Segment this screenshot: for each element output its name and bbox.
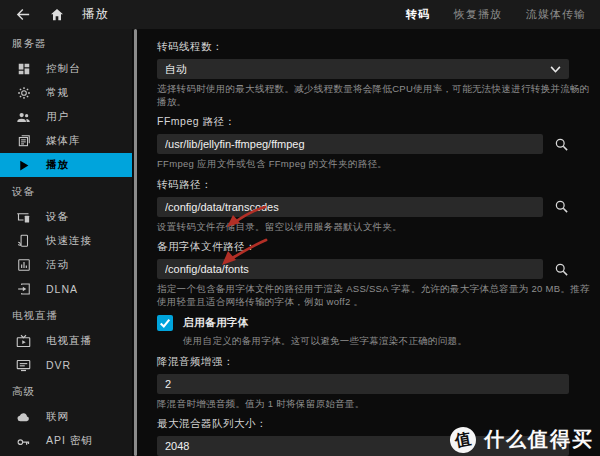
library-icon	[16, 134, 31, 149]
search-icon[interactable]	[551, 197, 571, 217]
header-tabs: 转码恢复播放流媒体传输	[406, 7, 586, 22]
chevron-down-icon	[550, 66, 561, 73]
sidebar-item-label: DLNA	[46, 283, 78, 295]
sidebar-item-label: 快速连接	[46, 234, 92, 248]
key-icon	[16, 434, 31, 449]
sidebar-item-label: 电视直播	[46, 334, 92, 348]
transcoding-thread-count-select[interactable]: 自动	[157, 59, 569, 79]
smzdm-watermark: 值 什么值得买	[450, 426, 594, 453]
sidebar-item-label: 用户	[46, 110, 69, 124]
sidebar-item-用户[interactable]: 用户	[0, 105, 132, 129]
users-icon	[16, 110, 31, 125]
sidebar-section-header: 高级	[0, 377, 132, 405]
field-description: 使用自定义的备用字体。这可以避免一些字幕渲染不正确的问题。	[183, 335, 600, 348]
sidebar-item-媒体库[interactable]: 媒体库	[0, 129, 132, 153]
sidebar-item-label: 媒体库	[46, 134, 81, 148]
sidebar-item-活动[interactable]: 活动	[0, 253, 132, 277]
back-arrow-icon[interactable]	[14, 6, 32, 24]
sidebar-item-API 密钥[interactable]: API 密钥	[0, 429, 132, 453]
live-tv-icon	[16, 334, 31, 349]
dlna-icon	[16, 282, 31, 297]
field-label: 转码线程数：	[157, 40, 600, 54]
field-label: 转码路径：	[157, 178, 600, 192]
sidebar-item-label: 控制台	[46, 62, 81, 76]
tab-2[interactable]: 流媒体传输	[526, 7, 586, 22]
field-transcode-path: 转码路径：设置转码文件存储目录。留空以使用服务器默认文件夹。	[157, 178, 600, 234]
field-description: 设置转码文件存储目录。留空以使用服务器默认文件夹。	[157, 221, 599, 234]
sidebar-item-label: 联网	[46, 410, 69, 424]
sidebar-section-header: 设备	[0, 177, 132, 205]
sidebar-item-DVR[interactable]: DVR	[0, 353, 132, 377]
downmix-audio-boost-input[interactable]	[157, 374, 569, 394]
play-icon	[16, 158, 31, 173]
tab-0[interactable]: 转码	[406, 7, 430, 22]
jellyfin-playback-settings-page: 播放 转码恢复播放流媒体传输 服务器控制台常规用户媒体库播放设备设备快速连接活动…	[0, 0, 600, 456]
field-label: 备用字体文件路径：	[157, 240, 600, 254]
sidebar-item-label: 活动	[46, 258, 69, 272]
fallback-font-path-input[interactable]	[157, 259, 543, 279]
field-enable-fallback-font: 启用备用字体使用自定义的备用字体。这可以避免一些字幕渲染不正确的问题。	[157, 315, 600, 348]
dvr-icon	[16, 358, 31, 373]
network-icon	[16, 410, 31, 425]
smzdm-logo-icon: 值	[448, 424, 478, 454]
field-description: FFmpeg 应用文件或包含 FFmpeg 的文件夹的路径。	[157, 158, 599, 171]
sidebar-section-header: 电视直播	[0, 301, 132, 329]
gear-icon	[16, 86, 31, 101]
tab-1[interactable]: 恢复播放	[454, 7, 502, 22]
sidebar-item-联网[interactable]: 联网	[0, 405, 132, 429]
sidebar-item-快速连接[interactable]: 快速连接	[0, 229, 132, 253]
watermark-text: 什么值得买	[484, 426, 594, 453]
field-downmix-audio-boost: 降混音频增强：降混音时增强音频。值为 1 时将保留原始音量。	[157, 355, 600, 411]
ffmpeg-path-input[interactable]	[157, 134, 543, 154]
search-icon[interactable]	[551, 134, 571, 154]
sidebar-item-电视直播[interactable]: 电视直播	[0, 329, 132, 353]
sidebar-item-常规[interactable]: 常规	[0, 81, 132, 105]
sidebar-item-label: DVR	[46, 359, 71, 371]
transcode-path-input[interactable]	[157, 197, 543, 217]
sidebar-item-label: 常规	[46, 86, 69, 100]
field-label: FFmpeg 路径：	[157, 115, 600, 129]
sidebar-item-设备[interactable]: 设备	[0, 205, 132, 229]
dashboard-icon	[16, 62, 31, 77]
settings-form: 转码线程数：自动选择转码时使用的最大线程数。减少线程数量将会降低CPU使用率，可…	[137, 29, 600, 456]
sidebar-section-header: 服务器	[0, 29, 132, 57]
sidebar-item-label: API 密钥	[46, 434, 93, 448]
topbar: 播放 转码恢复播放流媒体传输	[0, 0, 600, 29]
enable-fallback-font-checkbox[interactable]: 启用备用字体	[157, 315, 600, 331]
sidebar-item-label: 播放	[46, 158, 69, 172]
field-fallback-font-path: 备用字体文件路径：指定一个包含备用字体文件的路径用于渲染 ASS/SSA 字幕。…	[157, 240, 600, 308]
checkbox-checked-icon[interactable]	[157, 315, 173, 331]
select-value: 自动	[165, 62, 187, 77]
devices-icon	[16, 210, 31, 225]
field-description: 指定一个包含备用字体文件的路径用于渲染 ASS/SSA 字幕。允许的最大字体总容…	[157, 283, 599, 308]
activity-icon	[16, 258, 31, 273]
sidebar-item-控制台[interactable]: 控制台	[0, 57, 132, 81]
checkbox-label: 启用备用字体	[183, 316, 249, 330]
field-label: 降混音频增强：	[157, 355, 600, 369]
sidebar-item-DLNA[interactable]: DLNA	[0, 277, 132, 301]
home-icon[interactable]	[48, 6, 66, 24]
field-transcoding-thread-count: 转码线程数：自动选择转码时使用的最大线程数。减少线程数量将会降低CPU使用率，可…	[157, 40, 600, 108]
sidebar-item-label: 设备	[46, 210, 69, 224]
page-title: 播放	[82, 6, 109, 23]
sidebar-item-播放[interactable]: 播放	[0, 153, 132, 177]
field-ffmpeg-path: FFmpeg 路径：FFmpeg 应用文件或包含 FFmpeg 的文件夹的路径。	[157, 115, 600, 171]
field-description: 选择转码时使用的最大线程数。减少线程数量将会降低CPU使用率，可能无法快速进行转…	[157, 83, 599, 108]
field-description: 降混音时增强音频。值为 1 时将保留原始音量。	[157, 398, 599, 411]
quick-connect-icon	[16, 234, 31, 249]
sidebar: 服务器控制台常规用户媒体库播放设备设备快速连接活动DLNA电视直播电视直播DVR…	[0, 29, 132, 456]
search-icon[interactable]	[551, 259, 571, 279]
